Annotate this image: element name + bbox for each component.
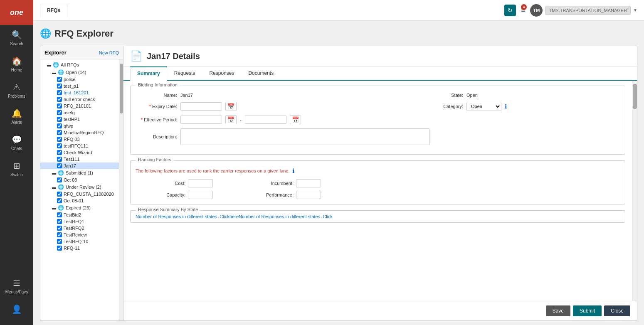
tab-bar: RFQs [40, 4, 67, 17]
list-item[interactable]: null error check [40, 96, 119, 103]
expiry-date-input[interactable] [180, 102, 222, 111]
list-item[interactable]: RFQ-11 [40, 245, 119, 251]
tree-group-expired[interactable]: ▬ 🌐 Expired (26) [40, 204, 119, 212]
submit-button[interactable]: Submit [573, 305, 602, 316]
tab-documents[interactable]: Documents [241, 66, 281, 81]
switch-icon: ⊞ [13, 161, 20, 171]
performance-input[interactable] [296, 191, 321, 199]
tree-group-open[interactable]: ▬ 🌐 Open (14) [40, 69, 119, 76]
category-row: Category: Open Closed Restricted ℹ [430, 102, 620, 111]
explorer-scrollbar[interactable] [119, 59, 123, 320]
list-item[interactable]: police [40, 76, 119, 83]
detail-tabs: Summary Requests Responses Documents [123, 66, 637, 81]
top-bar: RFQs ↻ ≡ ● TM TMS.TRANSPORTATION_MANAGER… [33, 0, 644, 21]
tab-responses[interactable]: Responses [202, 66, 241, 81]
action-buttons: Save Submit Close [123, 301, 637, 320]
list-item[interactable]: RFQ_210101 [40, 103, 119, 109]
user-name-display: TMS.TRANSPORTATION_MANAGER [545, 6, 631, 15]
list-item[interactable]: TestReview [40, 231, 119, 238]
list-item[interactable]: Test111 [40, 156, 119, 162]
list-item[interactable]: testRFQ111 [40, 143, 119, 149]
tree-root[interactable]: ▬ 🌐 All RFQs [40, 61, 119, 69]
ranking-grid: Cost: Incumbent: Capacity: [152, 179, 360, 199]
list-item[interactable]: qfwp [40, 123, 119, 129]
incumbent-input[interactable] [296, 179, 321, 187]
effective-period-row: Effective Period: 📅 - 📅 [136, 115, 430, 124]
bidding-section-content: Name: Jan17 Expiry Date: 📅 [131, 86, 625, 154]
user-icon: 👤 [12, 304, 22, 314]
list-item[interactable]: TestBid2 [40, 212, 119, 218]
tree-toggle-under-review[interactable]: ▬ [52, 185, 56, 190]
explorer-header: Explorer New RFQ [40, 46, 123, 59]
sidebar-item-switch[interactable]: ⊞ Switch [0, 156, 33, 182]
bell-icon: 🔔 [12, 108, 22, 118]
response-summary-text[interactable]: Number of Responses in different states.… [131, 211, 625, 222]
tab-rfqs[interactable]: RFQs [40, 4, 67, 17]
tree-item-jan17[interactable]: Jan17 [40, 162, 119, 169]
detail-panel: 📄 Jan17 Details Summary Requests Respons… [123, 46, 637, 320]
tab-requests[interactable]: Requests [167, 66, 202, 81]
sidebar-item-chats[interactable]: 💬 Chats [0, 130, 33, 156]
category-select[interactable]: Open Closed Restricted [466, 102, 501, 111]
name-value: Jan17 [180, 93, 193, 98]
sidebar-item-search[interactable]: 🔍 Search [0, 25, 33, 51]
effective-end-calendar-button[interactable]: 📅 [290, 115, 301, 124]
new-rfq-link[interactable]: New RFQ [99, 50, 119, 55]
sidebar-item-alerts[interactable]: 🔔 Alerts [0, 103, 33, 130]
notification-icon[interactable]: ≡ ● [521, 6, 526, 15]
list-item[interactable]: testHP1 [40, 116, 119, 123]
save-button[interactable]: Save [546, 305, 570, 316]
description-input[interactable] [180, 128, 430, 145]
tree-group-submitted[interactable]: ▬ 🌐 Submitted (1) [40, 169, 119, 177]
sidebar-item-user-avatar[interactable]: 👤 [0, 299, 33, 321]
list-item[interactable]: asefg [40, 109, 119, 116]
close-button[interactable]: Close [604, 305, 630, 316]
effective-start-input[interactable] [180, 116, 222, 124]
list-item[interactable]: Check Wizard [40, 149, 119, 156]
effective-end-input[interactable] [245, 116, 286, 124]
list-item[interactable]: test_161201 [40, 89, 119, 96]
list-item[interactable]: Oct 08-01 [40, 197, 119, 204]
globe-expired-icon: 🌐 [58, 205, 64, 211]
bidding-section-legend: Bidding Information [136, 82, 180, 87]
detail-title: Jan17 Details [147, 52, 200, 61]
sidebar-item-problems[interactable]: ⚠ Problems [0, 77, 33, 103]
sidebar-item-menus[interactable]: ☰ Menus/Favs [0, 273, 33, 299]
list-item[interactable]: test_p1 [40, 83, 119, 89]
app-logo[interactable]: one [0, 0, 33, 25]
tree-toggle-submitted[interactable]: ▬ [52, 171, 56, 175]
user-section[interactable]: TM TMS.TRANSPORTATION_MANAGER ▼ [530, 4, 637, 17]
tree-toggle-open[interactable]: ▬ [52, 70, 56, 75]
cost-input[interactable] [188, 179, 213, 187]
tree-toggle-root[interactable]: ▬ [47, 63, 51, 67]
ranking-factors-section: Ranking Factors The following factors ar… [130, 160, 625, 204]
list-item[interactable]: MineloaRegionRFQ [40, 129, 119, 136]
globe-icon: 🌐 [40, 28, 51, 39]
category-help-icon[interactable]: ℹ [505, 103, 507, 110]
bidding-information-section: Bidding Information Name: Jan17 [130, 86, 625, 155]
list-item[interactable]: RFQ_CUSTA_11082020 [40, 191, 119, 197]
list-item[interactable]: RFQ 03 [40, 136, 119, 143]
avatar: TM [530, 4, 543, 17]
list-item[interactable]: TestRFQ2 [40, 225, 119, 231]
detail-scrollbar[interactable] [632, 81, 637, 301]
list-item[interactable]: TestRFQ-10 [40, 238, 119, 245]
home-icon: 🏠 [12, 56, 22, 66]
effective-start-calendar-button[interactable]: 📅 [225, 115, 237, 124]
response-summary-section: Response Summary By State Number of Resp… [130, 210, 625, 223]
refresh-button[interactable]: ↻ [504, 5, 516, 16]
expiry-calendar-button[interactable]: 📅 [225, 102, 237, 111]
list-item[interactable]: TestRFQ1 [40, 218, 119, 225]
ranking-info: The following factors are used to rank t… [136, 167, 620, 174]
tab-summary[interactable]: Summary [130, 66, 167, 81]
sidebar-item-home[interactable]: 🏠 Home [0, 51, 33, 77]
list-item[interactable]: Oct 08 [40, 177, 119, 183]
capacity-input[interactable] [188, 191, 213, 199]
scrollbar-thumb [120, 64, 123, 113]
expiry-row: Expiry Date: 📅 [136, 102, 430, 111]
page-title: 🌐 RFQ Explorer [40, 28, 114, 39]
warning-icon: ⚠ [13, 82, 20, 92]
ranking-help-icon[interactable]: ℹ [292, 167, 294, 174]
tree-group-under-review[interactable]: ▬ 🌐 Under Review (2) [40, 183, 119, 191]
tree-toggle-expired[interactable]: ▬ [52, 206, 56, 210]
